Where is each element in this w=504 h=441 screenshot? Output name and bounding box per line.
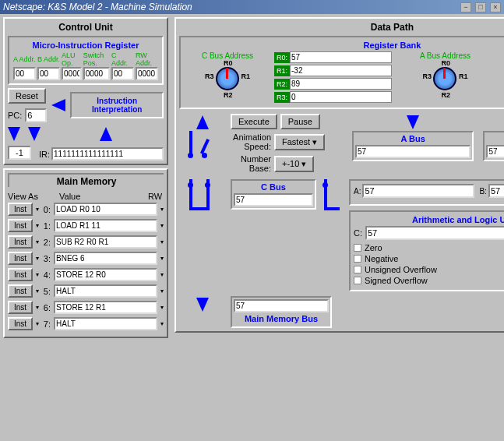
chevron-down-icon[interactable]: ▾ — [160, 288, 164, 295]
chevron-down-icon[interactable]: ▾ — [160, 206, 164, 213]
reset-button[interactable]: Reset — [8, 88, 46, 104]
chevron-down-icon[interactable]: ▾ — [160, 304, 164, 311]
alu-a-input[interactable] — [362, 184, 474, 198]
chevron-down-icon[interactable]: ▾ — [36, 271, 39, 278]
mir-b[interactable] — [37, 67, 60, 80]
memory-row: Inst▾5:▾ — [8, 284, 164, 298]
mir-a[interactable] — [13, 67, 36, 80]
neg-one-box: -1 — [8, 146, 31, 160]
pc-input[interactable] — [25, 108, 47, 122]
mir-c[interactable] — [111, 67, 134, 80]
inst-button[interactable]: Inst — [8, 317, 33, 330]
b-bus-address-label: B Bus Address — [500, 51, 504, 60]
mir-h-b: B Addr. — [37, 51, 61, 67]
uo-checkbox[interactable] — [354, 266, 361, 273]
register-bank-title: Register Bank — [184, 41, 504, 50]
mem-value-input[interactable] — [54, 284, 157, 298]
memory-row: Inst▾2:▾ — [8, 235, 164, 249]
so-checkbox[interactable] — [354, 277, 361, 284]
register-label: R3: — [274, 92, 290, 103]
close-icon[interactable]: × — [490, 2, 501, 12]
arrow-down-icon — [407, 115, 419, 129]
mem-value-input[interactable] — [54, 317, 157, 330]
titlebar: Netscape: K&S Model 2 - Machine Simulati… — [0, 0, 504, 14]
chevron-down-icon[interactable]: ▾ — [36, 288, 39, 295]
chevron-down-icon[interactable]: ▾ — [36, 238, 39, 245]
alu-c-input[interactable] — [365, 226, 504, 240]
inst-button[interactable]: Inst — [8, 235, 33, 249]
maximize-icon[interactable]: □ — [475, 2, 486, 12]
register-label: R2: — [274, 79, 290, 90]
mir-h-alu: ALU Op. — [61, 51, 83, 67]
zero-checkbox[interactable] — [354, 244, 361, 252]
inst-button[interactable]: Inst — [8, 203, 33, 216]
mem-value-input[interactable] — [54, 268, 157, 281]
pause-button[interactable]: Pause — [280, 114, 320, 129]
a-bus-box: A Bus — [352, 131, 474, 161]
alu-c-label: C: — [354, 228, 362, 238]
memory-row: Inst▾1:▾ — [8, 219, 164, 232]
control-unit-panel: Control Unit Micro-Instruction Register … — [3, 17, 168, 165]
chevron-down-icon[interactable]: ▾ — [36, 320, 39, 327]
mm-bus-input[interactable] — [234, 299, 329, 312]
arrow-up-icon — [196, 115, 209, 129]
neg-checkbox[interactable] — [354, 255, 361, 263]
chevron-down-icon[interactable]: ▾ — [36, 304, 39, 311]
main-memory-panel: Main Memory View As Value RW Inst▾0:▾Ins… — [3, 168, 168, 338]
a-bus-dial[interactable]: R0 R1 R2 R3 — [428, 62, 462, 96]
register-input[interactable] — [290, 51, 392, 63]
mem-addr: 7: — [42, 319, 51, 329]
register-input[interactable] — [290, 91, 392, 103]
mem-value-input[interactable] — [54, 252, 157, 265]
c-bus-input[interactable] — [234, 193, 313, 206]
register-input[interactable] — [290, 78, 392, 90]
register-input[interactable] — [290, 65, 392, 76]
chevron-down-icon[interactable]: ▾ — [160, 320, 164, 327]
execute-button[interactable]: Execute — [231, 114, 277, 129]
mem-value-input[interactable] — [54, 235, 157, 249]
instruction-interpretation: Instruction Interpretation — [75, 97, 159, 114]
chevron-down-icon: ▾ — [312, 137, 317, 146]
mir-alu[interactable] — [62, 67, 82, 80]
mem-value-input[interactable] — [54, 301, 157, 314]
inst-button[interactable]: Inst — [8, 301, 33, 314]
register-row: R2: — [274, 78, 392, 90]
chevron-down-icon[interactable]: ▾ — [160, 255, 164, 262]
ir-input[interactable] — [51, 147, 164, 161]
a-bus-input[interactable] — [355, 145, 471, 158]
register-row: R3: — [274, 91, 392, 103]
chevron-down-icon[interactable]: ▾ — [160, 238, 164, 245]
inst-button[interactable]: Inst — [8, 252, 33, 265]
chevron-down-icon[interactable]: ▾ — [36, 222, 39, 229]
chevron-down-icon[interactable]: ▾ — [36, 255, 39, 262]
register-row: R0: — [274, 51, 392, 63]
minimize-icon[interactable]: − — [460, 2, 471, 12]
data-path-panel: Data Path Register Bank C Bus Address R0… — [174, 17, 504, 333]
memory-row: Inst▾0:▾ — [8, 203, 164, 216]
anim-speed-label: Animation Speed: — [231, 132, 271, 151]
num-base-select[interactable]: +-10 ▾ — [274, 156, 314, 172]
c-bus-dial[interactable]: R0 R1 R2 R3 — [210, 62, 245, 96]
alu-b-input[interactable] — [488, 184, 504, 198]
anim-speed-select[interactable]: Fastest ▾ — [274, 134, 325, 150]
mem-addr: 1: — [42, 221, 51, 231]
mir-sw[interactable] — [83, 67, 110, 80]
arrow-up-icon — [100, 127, 112, 141]
alu-b-label: B: — [479, 187, 486, 196]
mir-rw[interactable] — [136, 67, 158, 80]
chevron-down-icon[interactable]: ▾ — [36, 206, 39, 213]
mem-value-input[interactable] — [54, 203, 157, 216]
chevron-down-icon[interactable]: ▾ — [160, 222, 164, 229]
data-path-title: Data Path — [179, 22, 504, 33]
mem-addr: 0: — [42, 205, 51, 214]
mem-value-input[interactable] — [54, 219, 157, 232]
chevron-down-icon[interactable]: ▾ — [160, 271, 164, 278]
mir-h-c: C Addr. — [111, 51, 135, 67]
inst-button[interactable]: Inst — [8, 219, 33, 232]
b-bus-input[interactable] — [486, 145, 504, 158]
arrow-left-icon — [51, 99, 65, 111]
register-row: R1: — [274, 65, 392, 76]
mem-addr: 3: — [42, 254, 51, 263]
inst-button[interactable]: Inst — [8, 268, 33, 281]
inst-button[interactable]: Inst — [8, 284, 33, 298]
